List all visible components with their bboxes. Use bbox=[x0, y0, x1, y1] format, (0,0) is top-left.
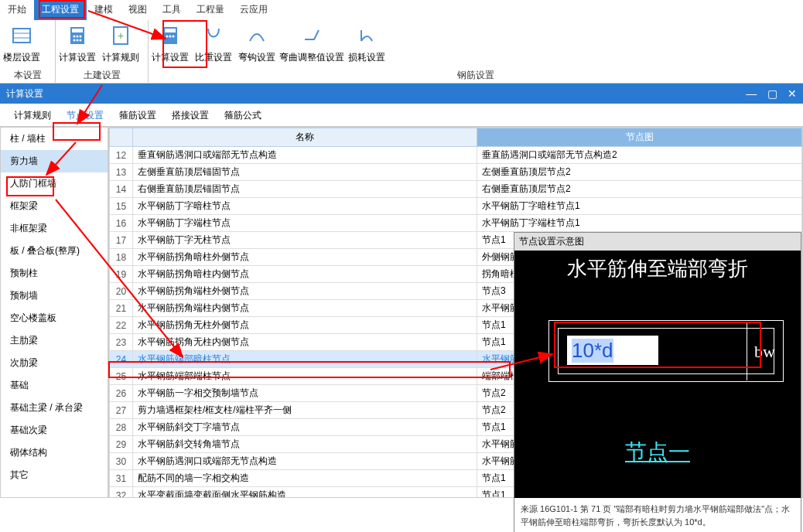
cell-node[interactable]: 水平钢筋丁字暗柱节点1 bbox=[477, 198, 802, 215]
row-number: 17 bbox=[110, 232, 133, 249]
close-button[interactable]: ✕ bbox=[788, 87, 797, 100]
cell-name[interactable]: 水平变截面墙变截面侧水平钢筋构造 bbox=[133, 487, 477, 499]
cell-name[interactable]: 水平钢筋一字相交预制墙节点 bbox=[133, 385, 477, 402]
cell-node[interactable]: 水平钢筋丁字端柱节点1 bbox=[477, 215, 802, 232]
row-number: 19 bbox=[110, 266, 133, 283]
btn-label: 计算设置 bbox=[59, 51, 96, 64]
sidebar-item[interactable]: 预制柱 bbox=[1, 262, 108, 285]
diagram-body: 水平筋伸至端部弯折 10*d bw 节点一 bbox=[514, 251, 801, 498]
diagram-heading: 水平筋伸至端部弯折 bbox=[514, 251, 801, 293]
row-number: 32 bbox=[110, 487, 133, 499]
sidebar-item[interactable]: 基础 bbox=[1, 374, 108, 397]
sidebar-item[interactable]: 板 / 叠合板(整厚) bbox=[1, 240, 108, 262]
cell-name[interactable]: 剪力墙遇框架柱/框支柱/端柱平齐一侧 bbox=[133, 402, 477, 419]
hook2-icon bbox=[244, 23, 269, 48]
btn-label: 楼层设置 bbox=[3, 51, 40, 64]
svg-point-16 bbox=[169, 36, 172, 38]
table-row[interactable]: 14右侧垂直筋顶层锚固节点右侧垂直筋顶层节点2 bbox=[110, 181, 802, 198]
sidebar-item[interactable]: 框架梁 bbox=[1, 195, 108, 217]
diagram-node-label[interactable]: 节点一 bbox=[514, 438, 801, 467]
loss-settings-button[interactable]: 损耗设置 bbox=[345, 20, 388, 67]
svg-point-5 bbox=[73, 36, 76, 38]
svg-point-7 bbox=[80, 36, 82, 38]
sidebar-item-selected[interactable]: 剪力墙 bbox=[1, 150, 108, 172]
subtab[interactable]: 箍筋设置 bbox=[111, 105, 164, 126]
table-row[interactable]: 15水平钢筋丁字暗柱节点水平钢筋丁字暗柱节点1 bbox=[110, 198, 802, 215]
cell-name[interactable]: 水平钢筋拐角暗柱外侧节点 bbox=[133, 249, 477, 266]
subtab-active[interactable]: 节点设置 bbox=[59, 105, 111, 126]
sidebar-item[interactable]: 其它 bbox=[1, 464, 108, 486]
table-row[interactable]: 16水平钢筋丁字端柱节点水平钢筋丁字端柱节点1 bbox=[110, 215, 802, 232]
bend-adjust-button[interactable]: 弯曲调整值设置 bbox=[278, 20, 345, 67]
cell-name[interactable]: 水平钢筋端部暗柱节点 bbox=[133, 351, 477, 368]
sidebar-item[interactable]: 人防门框墙 bbox=[1, 172, 108, 195]
menu-tab[interactable]: 工具 bbox=[155, 0, 189, 20]
sidebar-item[interactable]: 预制墙 bbox=[1, 285, 108, 307]
menu-tab[interactable]: 云应用 bbox=[232, 0, 275, 20]
diagram-input[interactable]: 10*d bbox=[567, 336, 658, 365]
cell-name[interactable]: 水平钢筋拐角无柱外侧节点 bbox=[133, 317, 477, 334]
hook-settings-button[interactable]: 弯钩设置 bbox=[235, 20, 278, 67]
subtab[interactable]: 搭接设置 bbox=[164, 105, 217, 126]
cell-node[interactable]: 左侧垂直筋顶层节点2 bbox=[477, 164, 802, 181]
menu-tab[interactable]: 视图 bbox=[121, 0, 155, 20]
sidebar-item[interactable]: 非框架梁 bbox=[1, 217, 108, 240]
svg-point-6 bbox=[77, 36, 79, 38]
row-number: 27 bbox=[110, 402, 133, 419]
menu-tab[interactable]: 建模 bbox=[87, 0, 121, 20]
calc-rule-button[interactable]: + 计算规则 bbox=[99, 20, 142, 67]
cell-name[interactable]: 配筋不同的墙一字相交构造 bbox=[133, 470, 477, 487]
sidebar-item[interactable]: 次肋梁 bbox=[1, 352, 108, 374]
weight-settings-button[interactable]: 比重设置 bbox=[192, 20, 235, 67]
diagram-divider bbox=[747, 322, 747, 380]
cell-name[interactable]: 水平钢筋斜交丁字墙节点 bbox=[133, 419, 477, 436]
svg-point-9 bbox=[77, 39, 79, 42]
table-row[interactable]: 13左侧垂直筋顶层锚固节点左侧垂直筋顶层节点2 bbox=[110, 164, 802, 181]
diagram-bw: bw bbox=[754, 342, 775, 362]
cell-name[interactable]: 垂直钢筋遇洞口或端部无节点构造 bbox=[133, 147, 477, 164]
subtab[interactable]: 箍筋公式 bbox=[217, 105, 269, 126]
maximize-button[interactable]: ▢ bbox=[767, 87, 777, 100]
group-label: 本设置 bbox=[0, 67, 55, 84]
cell-name[interactable]: 水平钢筋丁字暗柱节点 bbox=[133, 198, 477, 215]
sidebar-item[interactable]: 基础次梁 bbox=[1, 419, 108, 442]
sidebar-item[interactable]: 基础主梁 / 承台梁 bbox=[1, 397, 108, 419]
cell-name[interactable]: 水平钢筋斜交转角墙节点 bbox=[133, 436, 477, 453]
sidebar-item[interactable]: 柱 / 墙柱 bbox=[1, 128, 108, 150]
subtab[interactable]: 计算规则 bbox=[6, 105, 59, 126]
calc-settings-button[interactable]: 计算设置 bbox=[56, 20, 99, 67]
cell-name[interactable]: 水平钢筋端部端柱节点 bbox=[133, 368, 477, 385]
rebar-calc-settings-button[interactable]: 计算设置 bbox=[149, 20, 192, 67]
btn-label: 比重设置 bbox=[195, 51, 232, 64]
sidebar-item[interactable]: 主肋梁 bbox=[1, 329, 108, 352]
col-node: 节点图 bbox=[477, 128, 802, 147]
svg-point-15 bbox=[166, 36, 169, 38]
sidebar-item[interactable]: 空心楼盖板 bbox=[1, 307, 108, 329]
row-number: 21 bbox=[110, 300, 133, 317]
cell-name[interactable]: 右侧垂直筋顶层锚固节点 bbox=[133, 181, 477, 198]
cell-name[interactable]: 水平钢筋拐角无柱内侧节点 bbox=[133, 334, 477, 351]
table-row[interactable]: 12垂直钢筋遇洞口或端部无节点构造垂直筋遇洞口或端部无节点构造2 bbox=[110, 147, 802, 164]
group-label: 钢筋设置 bbox=[149, 67, 803, 84]
dialog-titlebar: 计算设置 — ▢ ✕ bbox=[0, 84, 803, 104]
bend-icon bbox=[299, 23, 324, 48]
row-number: 12 bbox=[110, 147, 133, 164]
floor-settings-button[interactable]: 楼层设置 bbox=[0, 20, 43, 67]
menu-tab[interactable]: 开始 bbox=[0, 0, 34, 20]
btn-label: 损耗设置 bbox=[348, 51, 385, 64]
cell-name[interactable]: 水平钢筋拐角端柱外侧节点 bbox=[133, 283, 477, 300]
cell-node[interactable]: 右侧垂直筋顶层节点2 bbox=[477, 181, 802, 198]
cell-name[interactable]: 水平钢筋拐角端柱内侧节点 bbox=[133, 300, 477, 317]
cell-node[interactable]: 垂直筋遇洞口或端部无节点构造2 bbox=[477, 147, 802, 164]
svg-point-17 bbox=[173, 36, 175, 38]
menu-tab[interactable]: 工程量 bbox=[189, 0, 232, 20]
cell-name[interactable]: 水平钢筋拐角暗柱内侧节点 bbox=[133, 266, 477, 283]
cell-name[interactable]: 水平钢筋丁字端柱节点 bbox=[133, 215, 477, 232]
cell-name[interactable]: 水平钢筋丁字无柱节点 bbox=[133, 232, 477, 249]
cell-name[interactable]: 水平钢筋遇洞口或端部无节点构造 bbox=[133, 453, 477, 470]
sidebar-item[interactable]: 砌体结构 bbox=[1, 442, 108, 464]
cell-name[interactable]: 左侧垂直筋顶层锚固节点 bbox=[133, 164, 477, 181]
menu-tab-active[interactable]: 工程设置 bbox=[34, 0, 87, 20]
minimize-button[interactable]: — bbox=[746, 87, 757, 100]
btn-label: 弯曲调整值设置 bbox=[279, 51, 344, 64]
